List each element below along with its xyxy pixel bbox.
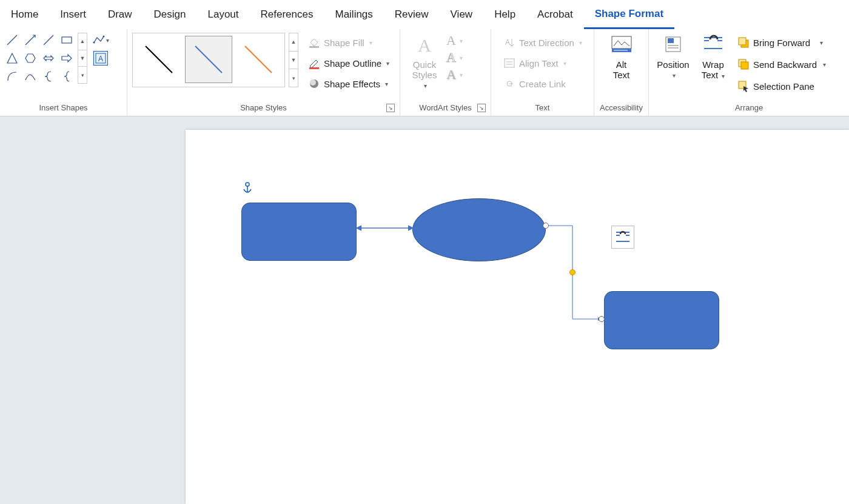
group-label-wordart-styles: WordArt Styles ↘ — [405, 101, 486, 116]
svg-line-14 — [245, 46, 272, 73]
align-text-icon — [503, 57, 515, 69]
send-backward-button[interactable]: Send Backward▾ — [734, 55, 830, 74]
shape-effects-button[interactable]: Shape Effects▾ — [304, 74, 393, 93]
shape-line-icon[interactable] — [5, 33, 19, 47]
svg-rect-27 — [668, 38, 674, 43]
link-icon — [503, 78, 515, 90]
tab-review[interactable]: Review — [384, 0, 440, 29]
tab-home[interactable]: Home — [0, 0, 49, 29]
svg-line-13 — [195, 46, 222, 73]
tab-view[interactable]: View — [440, 0, 484, 29]
shape-outline-button[interactable]: Shape Outline▾ — [304, 53, 393, 73]
shape-hexagon-icon[interactable] — [23, 51, 38, 66]
scroll-up-icon[interactable]: ▲ — [289, 33, 298, 52]
pen-outline-icon — [308, 57, 320, 69]
connector-endpoint-handle-start[interactable] — [543, 223, 549, 229]
svg-marker-5 — [25, 54, 35, 62]
svg-marker-6 — [44, 56, 53, 61]
shape-arrow-leftright-icon[interactable] — [41, 51, 56, 66]
wrap-text-icon — [702, 35, 724, 57]
shape-effects-icon — [308, 78, 320, 90]
shapes-gallery-scroll[interactable]: ▲ ▼ ▾ — [78, 33, 87, 84]
tab-design[interactable]: Design — [143, 0, 197, 29]
selection-pane-icon — [737, 80, 750, 92]
shape-styles-dialog-launcher[interactable]: ↘ — [386, 104, 395, 112]
tab-acrobat[interactable]: Acrobat — [526, 0, 584, 29]
group-accessibility: AltText Accessibility — [594, 29, 649, 116]
group-label-insert-shapes: Insert Shapes — [5, 101, 122, 116]
shape-styles-gallery[interactable] — [132, 33, 285, 87]
shape-rectangle-icon[interactable] — [59, 33, 74, 47]
svg-rect-16 — [309, 67, 319, 69]
group-label-text: Text — [496, 101, 589, 116]
document-page[interactable] — [186, 130, 849, 504]
text-box-button[interactable]: A — [93, 51, 108, 66]
shape-arc-icon[interactable] — [5, 69, 19, 84]
svg-text:A: A — [505, 38, 510, 47]
text-box-icon: A — [95, 53, 106, 64]
scroll-down-icon[interactable]: ▼ — [78, 50, 87, 67]
shapes-gallery[interactable] — [5, 33, 74, 84]
shape-arrow-right-icon[interactable] — [59, 51, 74, 66]
group-text: A Text Direction▾ Align Text▾ Create Lin… — [491, 29, 594, 116]
shape-line-arrow-icon[interactable] — [23, 33, 38, 47]
tab-draw[interactable]: Draw — [97, 0, 143, 29]
svg-point-18 — [310, 79, 316, 86]
scroll-down-icon[interactable]: ▼ — [289, 52, 298, 70]
tab-shape-format[interactable]: Shape Format — [584, 0, 674, 29]
svg-rect-35 — [739, 38, 746, 45]
shape-triangle-icon[interactable] — [5, 51, 19, 66]
group-insert-shapes: ▲ ▼ ▾ ▾ A Insert Shapes — [0, 29, 127, 116]
edit-shape-button[interactable]: ▾ — [93, 33, 108, 47]
tab-references[interactable]: References — [250, 0, 324, 29]
style-preset-1[interactable] — [135, 36, 183, 83]
svg-line-2 — [44, 35, 53, 45]
style-preset-3[interactable] — [235, 36, 282, 83]
shape-bracket-icon[interactable] — [41, 69, 56, 84]
tab-layout[interactable]: Layout — [196, 0, 249, 29]
group-shape-styles: ▲ ▼ ▾ Shape Fill▾ Shape Outline▾ Shape E… — [127, 29, 400, 116]
shape-brace-icon[interactable] — [59, 69, 74, 84]
svg-point-9 — [102, 36, 104, 38]
shape-curve-icon[interactable] — [23, 69, 38, 84]
quick-styles-button: A Quick Styles▾ — [405, 33, 444, 92]
selection-pane-button[interactable]: Selection Pane — [734, 76, 830, 96]
tab-insert[interactable]: Insert — [49, 0, 97, 29]
quick-styles-icon: A — [414, 35, 435, 57]
layout-options-button[interactable] — [611, 226, 634, 249]
canvas-ellipse[interactable] — [412, 198, 546, 261]
shape-connector-icon[interactable] — [41, 33, 56, 47]
group-label-accessibility: Accessibility — [599, 101, 643, 116]
scroll-more-icon[interactable]: ▾ — [78, 67, 87, 83]
connector-endpoint-handle-end[interactable] — [599, 316, 605, 322]
shape-fill-button[interactable]: Shape Fill▾ — [304, 33, 393, 52]
paint-bucket-icon — [308, 36, 320, 49]
svg-line-12 — [146, 46, 172, 73]
text-direction-icon: A — [503, 36, 515, 49]
alt-text-button[interactable]: AltText — [600, 33, 643, 82]
scroll-more-icon[interactable]: ▾ — [289, 69, 298, 87]
canvas-rounded-rect-1[interactable] — [241, 203, 357, 261]
svg-line-0 — [7, 35, 17, 45]
svg-point-8 — [93, 42, 95, 44]
alt-text-icon — [611, 35, 633, 57]
bring-forward-button[interactable]: Bring Forward▾ — [734, 33, 830, 52]
position-icon — [662, 35, 684, 57]
tab-mailings[interactable]: Mailings — [324, 0, 383, 29]
tab-help[interactable]: Help — [483, 0, 526, 29]
wordart-dialog-launcher[interactable]: ↘ — [477, 104, 486, 112]
svg-line-1 — [25, 35, 35, 45]
position-button[interactable]: Position▾ — [654, 33, 693, 81]
svg-rect-23 — [612, 36, 631, 49]
connector-adjust-handle[interactable] — [569, 269, 576, 275]
anchor-icon — [243, 182, 252, 197]
style-preset-2[interactable] — [185, 36, 232, 83]
svg-text:A: A — [98, 55, 103, 63]
scroll-up-icon[interactable]: ▲ — [78, 33, 87, 50]
wrap-text-button[interactable]: WrapText ▾ — [695, 33, 731, 82]
canvas-rounded-rect-2[interactable] — [604, 291, 719, 349]
svg-rect-37 — [741, 62, 748, 69]
text-effects-button: A▾ — [446, 67, 463, 82]
styles-gallery-scroll[interactable]: ▲ ▼ ▾ — [289, 33, 298, 87]
bring-forward-icon — [737, 36, 750, 49]
